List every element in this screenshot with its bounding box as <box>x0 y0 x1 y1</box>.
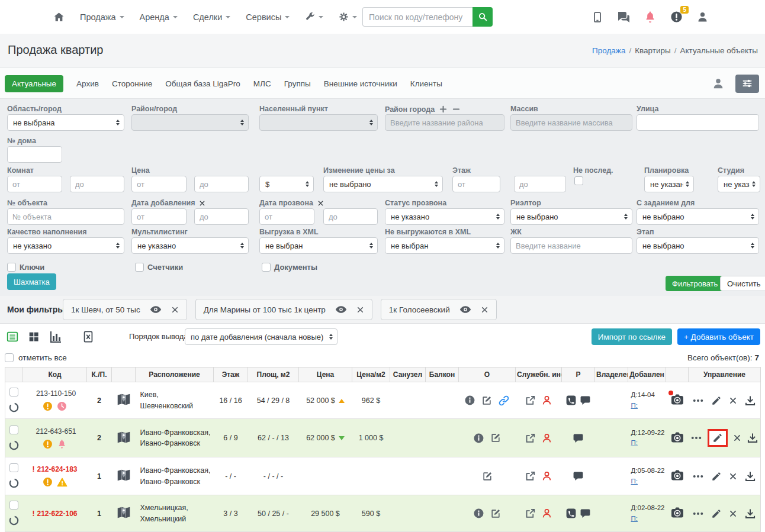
map-icon[interactable] <box>116 430 131 445</box>
tools-menu[interactable] <box>305 12 323 22</box>
object-code[interactable]: 212-624-183 <box>37 465 77 473</box>
external-link-icon[interactable] <box>525 395 536 406</box>
xml-export-select[interactable]: не выбран <box>259 237 378 254</box>
filter-chip-name[interactable]: 1к Шевч, от 50 тыс <box>71 305 140 314</box>
comment-icon[interactable] <box>573 470 584 482</box>
filter-apply-button[interactable]: Фильтровать <box>666 276 724 291</box>
task-for-select[interactable]: не выбрано <box>637 208 759 225</box>
more-actions-icon[interactable] <box>692 395 704 407</box>
comment-icon[interactable] <box>573 433 584 444</box>
price-change-select[interactable]: не выбрано <box>323 176 443 192</box>
keys-checkbox[interactable] <box>7 263 16 272</box>
object-code[interactable]: 212-622-106 <box>37 510 77 518</box>
add-district-icon[interactable] <box>439 105 448 114</box>
call-status-ring-icon[interactable] <box>8 402 20 413</box>
edit-note-icon[interactable] <box>481 395 493 407</box>
not-last-checkbox[interactable] <box>574 176 583 185</box>
link-icon[interactable] <box>498 395 510 407</box>
download-icon[interactable] <box>747 432 758 444</box>
called-link[interactable]: П: <box>631 478 638 485</box>
tab-obshchaya-baza[interactable]: Общая база LigaPro <box>165 79 240 88</box>
map-icon[interactable] <box>116 392 131 407</box>
city-district-input[interactable] <box>385 114 504 131</box>
breadcrumb-prodazha[interactable]: Продажа <box>592 46 625 55</box>
list-view-icon[interactable] <box>6 330 19 343</box>
documents-checkbox[interactable] <box>262 263 271 272</box>
map-icon[interactable] <box>116 505 131 520</box>
date-called-from-input[interactable] <box>259 208 314 225</box>
menu-sdelki[interactable]: Сделки <box>193 12 230 22</box>
rooms-from-input[interactable] <box>7 176 62 192</box>
tab-storonnie[interactable]: Сторонние <box>112 79 152 88</box>
object-code[interactable]: 213-110-150 <box>36 389 76 398</box>
breadcrumb-kvartiry[interactable]: Квартиры <box>635 46 671 55</box>
delete-object-icon[interactable] <box>729 472 737 481</box>
menu-prodazha[interactable]: Продажа <box>80 12 124 22</box>
object-code[interactable]: 212-643-651 <box>36 427 76 436</box>
stage-select[interactable]: не выбрано <box>637 237 759 254</box>
settings-menu[interactable] <box>339 12 357 22</box>
menu-servisy[interactable]: Сервисы <box>246 12 290 22</box>
tab-gruppy[interactable]: Группы <box>284 79 311 88</box>
edit-note-icon[interactable] <box>481 470 493 482</box>
call-status-ring-icon[interactable] <box>8 478 20 489</box>
price-to-input[interactable] <box>194 176 249 192</box>
call-status-ring-icon[interactable] <box>8 440 20 451</box>
map-icon[interactable] <box>116 467 131 483</box>
external-link-icon[interactable] <box>525 508 536 519</box>
meters-checkbox[interactable] <box>135 263 144 272</box>
price-from-input[interactable] <box>131 176 187 192</box>
clear-date-called-icon[interactable] <box>317 200 324 207</box>
delete-filter-icon[interactable] <box>171 306 179 314</box>
floor-from-input[interactable] <box>452 176 500 192</box>
delete-object-icon[interactable] <box>733 434 741 442</box>
edit-note-icon[interactable] <box>490 432 502 444</box>
comment-icon[interactable] <box>580 508 591 519</box>
called-link[interactable]: П: <box>631 402 638 409</box>
owner-person-icon[interactable] <box>541 508 552 519</box>
comment-icon[interactable] <box>580 395 591 406</box>
floor-to-input[interactable] <box>514 176 566 192</box>
tab-vneshnie[interactable]: Внешние источники <box>324 79 397 88</box>
called-link[interactable]: П: <box>631 515 638 522</box>
view-filter-icon[interactable] <box>459 304 471 315</box>
currency-select[interactable]: $ <box>259 176 314 192</box>
photos-icon[interactable] <box>670 430 684 446</box>
info-icon[interactable] <box>473 433 484 444</box>
tab-mls[interactable]: МЛС <box>253 79 271 88</box>
phone-icon[interactable] <box>565 395 577 406</box>
phone-icon[interactable] <box>565 508 577 519</box>
menu-arenda[interactable]: Аренда <box>140 12 178 22</box>
owner-person-icon[interactable] <box>541 433 552 444</box>
photos-icon[interactable] <box>670 505 684 521</box>
xml-no-export-select[interactable]: не выбран <box>385 237 504 254</box>
credits-icon[interactable]: 5 <box>670 10 683 24</box>
row-checkbox[interactable] <box>9 425 18 434</box>
external-link-icon[interactable] <box>525 470 536 482</box>
filter-chip-name[interactable]: Для Марины от 100 тыс 1к центр <box>204 305 326 314</box>
chart-view-icon[interactable] <box>49 330 63 344</box>
more-actions-icon[interactable] <box>692 508 704 520</box>
house-input[interactable] <box>7 146 62 163</box>
complex-input[interactable] <box>510 237 632 254</box>
rooms-to-input[interactable] <box>70 176 124 192</box>
chess-button[interactable]: Шахматка <box>7 273 56 290</box>
edit-object-icon[interactable] <box>711 395 722 406</box>
date-called-to-input[interactable] <box>323 208 378 225</box>
filter-chip-name[interactable]: 1к Голосеевский <box>389 305 450 314</box>
realtor-select[interactable]: не выбрано <box>510 208 632 225</box>
edit-object-icon[interactable] <box>711 508 722 519</box>
call-status-ring-icon[interactable] <box>8 515 20 526</box>
filter-clear-button[interactable]: Очистить <box>720 276 765 291</box>
date-added-to-input[interactable] <box>194 208 249 225</box>
massif-input[interactable] <box>510 114 632 131</box>
more-actions-icon[interactable] <box>692 470 704 482</box>
delete-object-icon[interactable] <box>729 396 737 405</box>
tab-aktualnye[interactable]: Актуальные <box>5 75 63 92</box>
object-no-input[interactable] <box>7 208 124 225</box>
owner-person-icon[interactable] <box>541 395 552 406</box>
filter-chip[interactable]: Для Марины от 100 тыс 1к центр <box>195 299 372 320</box>
info-icon[interactable] <box>473 508 484 519</box>
filter-chip[interactable]: 1к Шевч, от 50 тыс <box>63 299 187 320</box>
row-checkbox[interactable] <box>9 388 18 396</box>
